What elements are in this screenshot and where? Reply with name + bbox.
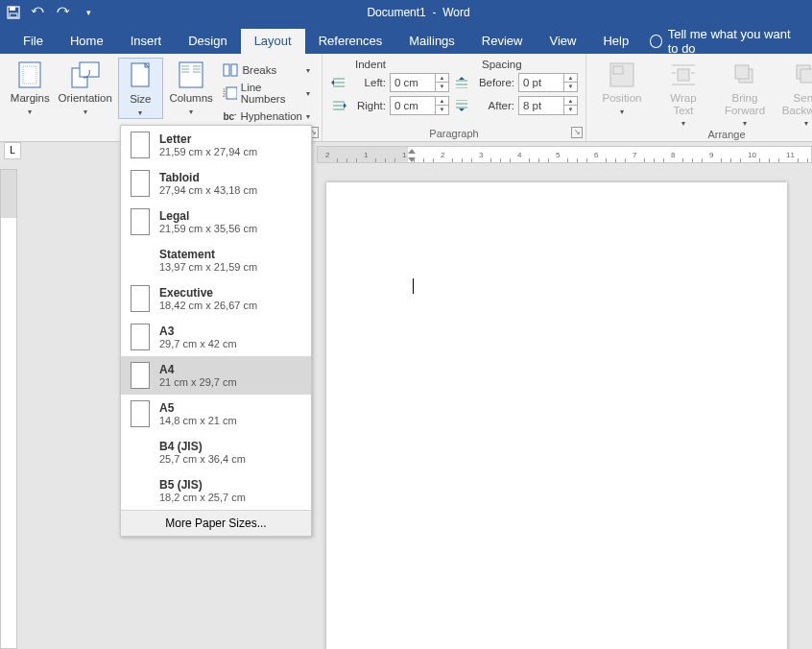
spinner-up[interactable]: ▲ [436,97,448,106]
hyphenation-button[interactable]: bc- Hyphenation▾ [219,106,314,127]
size-button[interactable]: Size▾ [118,58,163,119]
svg-rect-24 [735,65,749,79]
spinner-down[interactable]: ▼ [436,106,448,114]
bring-forward-button: Bring Forward▾ [717,58,773,128]
tab-design[interactable]: Design [175,29,240,54]
size-option-a5[interactable]: A514,8 cm x 21 cm [121,395,311,433]
send-backward-button: Send Backward▾ [778,58,812,128]
size-option-tabloid[interactable]: Tabloid27,94 cm x 43,18 cm [121,164,311,203]
page-icon [131,362,150,389]
size-option-statement[interactable]: Statement13,97 cm x 21,59 cm [121,241,311,279]
undo-icon[interactable] [31,5,46,20]
spinner-up[interactable]: ▲ [564,74,577,83]
tab-review[interactable]: Review [468,29,537,54]
space-before-icon [453,77,470,88]
wrap-text-button: Wrap Text▾ [656,58,711,128]
lightbulb-icon [650,35,662,48]
svg-rect-21 [613,66,623,74]
tab-home[interactable]: Home [57,29,117,54]
indent-heading: Indent [355,59,386,70]
svg-rect-2 [10,13,17,17]
page-icon [131,170,150,197]
indent-left-input[interactable]: 0 cm▲▼ [390,73,449,92]
spinner-down[interactable]: ▼ [564,106,577,114]
group-label-arrange: Arrange [594,128,812,140]
tab-help[interactable]: Help [589,29,642,54]
indent-right-icon [330,100,347,111]
svg-text:2: 2 [223,92,226,98]
window-title: Document1 - Word [102,6,735,19]
svg-rect-16 [231,64,237,76]
svg-rect-1 [10,7,15,11]
document-page[interactable] [326,182,787,649]
text-cursor [413,278,414,294]
page-icon [131,285,150,312]
indent-left-icon [330,77,347,88]
spinner-up[interactable]: ▲ [564,97,577,106]
orientation-button[interactable]: Orientation▾ [59,58,112,117]
page-icon [131,439,150,466]
spacing-heading: Spacing [482,59,522,70]
tab-mailings[interactable]: Mailings [395,29,468,54]
tab-insert[interactable]: Insert [117,29,176,54]
size-option-b4-jis-[interactable]: B4 (JIS)25,7 cm x 36,4 cm [121,433,311,471]
vertical-ruler[interactable] [0,169,17,649]
line-numbers-button[interactable]: 12 Line Numbers▾ [219,83,314,104]
svg-rect-22 [678,69,689,81]
spacing-after-input[interactable]: 8 pt▲▼ [518,96,578,115]
tab-layout[interactable]: Layout [241,29,305,54]
more-paper-sizes[interactable]: More Paper Sizes... [121,510,311,536]
tell-me-search[interactable]: Tell me what you want to do [650,29,802,54]
tab-selector[interactable]: L [4,142,21,159]
size-option-a3[interactable]: A329,7 cm x 42 cm [121,318,311,356]
space-after-icon [453,100,470,111]
page-icon [131,477,150,504]
spinner-down[interactable]: ▼ [436,83,448,91]
spinner-up[interactable]: ▲ [436,74,448,83]
qat-customize-icon[interactable]: ▾ [81,5,96,20]
page-icon [131,132,150,158]
horizontal-ruler[interactable]: 211234567891011 [317,146,812,163]
page-icon [131,400,150,427]
size-option-a4[interactable]: A421 cm x 29,7 cm [121,356,311,395]
svg-rect-17 [227,87,236,99]
svg-rect-15 [224,64,229,76]
indent-right-input[interactable]: 0 cm▲▼ [390,96,449,115]
tab-file[interactable]: File [10,29,57,54]
margins-button[interactable]: Margins▾ [8,58,53,117]
save-icon[interactable] [6,5,21,20]
size-option-letter[interactable]: Letter21,59 cm x 27,94 cm [121,126,311,164]
position-button: Position▾ [594,58,650,117]
tab-view[interactable]: View [536,29,589,54]
tab-references[interactable]: References [305,29,395,54]
size-dropdown-menu: Letter21,59 cm x 27,94 cmTabloid27,94 cm… [120,125,312,537]
spacing-before-input[interactable]: 0 pt▲▼ [518,73,578,92]
spinner-down[interactable]: ▼ [564,83,577,91]
group-label-paragraph: Paragraph [330,127,578,139]
size-option-b5-jis-[interactable]: B5 (JIS)18,2 cm x 25,7 cm [121,471,311,510]
breaks-button[interactable]: Breaks▾ [219,60,314,81]
size-option-legal[interactable]: Legal21,59 cm x 35,56 cm [121,203,311,241]
columns-button[interactable]: Columns▾ [169,58,214,117]
page-icon [131,324,150,350]
redo-icon[interactable] [56,5,71,20]
page-icon [131,247,150,274]
size-option-executive[interactable]: Executive18,42 cm x 26,67 cm [121,279,311,318]
paragraph-launcher[interactable]: ↘ [571,127,583,138]
svg-rect-26 [800,69,812,83]
page-icon [131,208,150,235]
